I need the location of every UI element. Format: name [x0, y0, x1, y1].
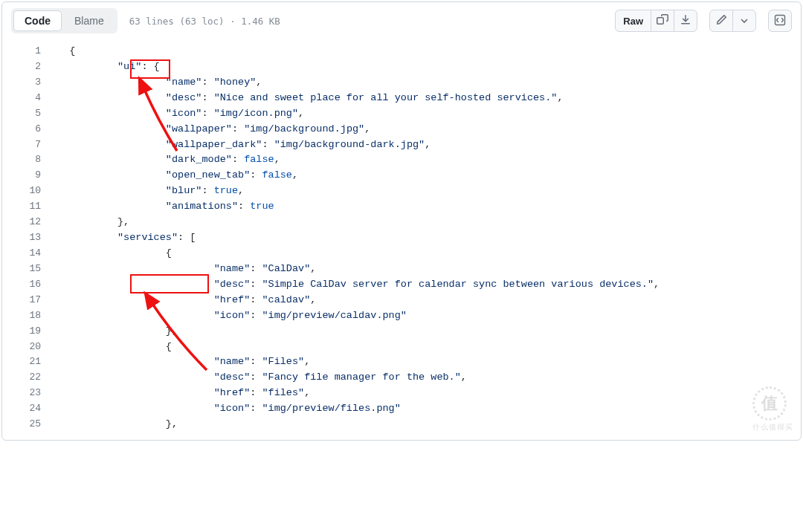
line-content: "name": "honey", [57, 75, 801, 91]
code-line[interactable]: 12 }, [2, 215, 801, 230]
line-number[interactable]: 24 [2, 401, 57, 417]
code-line[interactable]: 5 "icon": "img/icon.png", [2, 106, 801, 122]
code-line[interactable]: 1 { [2, 44, 801, 59]
code-line[interactable]: 18 "icon": "img/preview/caldav.png" [2, 308, 801, 324]
watermark-icon: 值 [752, 386, 787, 421]
code-line[interactable]: 15 "name": "CalDav", [2, 262, 801, 277]
download-button[interactable] [674, 10, 697, 32]
line-content: "icon": "img/preview/files.png" [57, 401, 801, 417]
line-number[interactable]: 7 [2, 137, 57, 153]
line-content: "href": "caldav", [57, 293, 801, 308]
code-line[interactable]: 14 { [2, 246, 801, 262]
watermark: 值 什么值得买 [752, 386, 793, 432]
code-line[interactable]: 10 "blur": true, [2, 184, 801, 199]
code-line[interactable]: 2 "ui": { [2, 59, 801, 75]
line-number[interactable]: 12 [2, 215, 57, 230]
code-line[interactable]: 7 "wallpaper_dark": "img/background-dark… [2, 137, 801, 153]
line-number[interactable]: 16 [2, 277, 57, 293]
tab-code[interactable]: Code [13, 10, 62, 31]
caret-down-icon [741, 16, 748, 27]
line-number[interactable]: 9 [2, 168, 57, 184]
edit-menu-button[interactable] [732, 10, 756, 32]
download-icon [680, 14, 691, 28]
line-number[interactable]: 1 [2, 44, 57, 59]
line-content: "name": "Files", [57, 354, 801, 370]
line-number[interactable]: 4 [2, 91, 57, 106]
view-mode-tabs: Code Blame [11, 8, 117, 33]
line-content: "desc": "Fancy file manager for the web.… [57, 370, 801, 386]
code-line[interactable]: 8 "dark_mode": false, [2, 152, 801, 168]
line-content: "blur": true, [57, 184, 801, 199]
line-number[interactable]: 25 [2, 417, 57, 432]
line-content: "desc": "Simple CalDav server for calend… [57, 277, 801, 293]
code-line[interactable]: 17 "href": "caldav", [2, 293, 801, 308]
line-content: { [57, 246, 801, 262]
line-content: "icon": "img/preview/caldav.png" [57, 308, 801, 324]
line-content: "services": [ [57, 230, 801, 246]
line-content: "name": "CalDav", [57, 262, 801, 277]
code-line[interactable]: 9 "open_new_tab": false, [2, 168, 801, 184]
line-content: "dark_mode": false, [57, 152, 801, 168]
raw-group: Raw [615, 10, 697, 32]
code-line[interactable]: 25 }, [2, 417, 801, 432]
symbols-button[interactable] [768, 10, 792, 32]
line-content: }, [57, 417, 801, 432]
line-content: }, [57, 324, 801, 340]
line-number[interactable]: 6 [2, 122, 57, 137]
code-line[interactable]: 24 "icon": "img/preview/files.png" [2, 401, 801, 417]
line-number[interactable]: 22 [2, 370, 57, 386]
code-line[interactable]: 16 "desc": "Simple CalDav server for cal… [2, 277, 801, 293]
line-number[interactable]: 20 [2, 340, 57, 355]
watermark-text: 什么值得买 [752, 422, 793, 432]
line-number[interactable]: 3 [2, 75, 57, 91]
line-content: "wallpaper_dark": "img/background-dark.j… [57, 137, 801, 153]
raw-button[interactable]: Raw [615, 10, 651, 32]
line-content: "icon": "img/icon.png", [57, 106, 801, 122]
line-content: "wallpaper": "img/background.jpg", [57, 122, 801, 137]
line-number[interactable]: 10 [2, 184, 57, 199]
line-number[interactable]: 18 [2, 308, 57, 324]
code-line[interactable]: 6 "wallpaper": "img/background.jpg", [2, 122, 801, 137]
line-number[interactable]: 19 [2, 324, 57, 340]
line-number[interactable]: 2 [2, 59, 57, 75]
line-number[interactable]: 23 [2, 386, 57, 401]
line-content: }, [57, 215, 801, 230]
code-line[interactable]: 3 "name": "honey", [2, 75, 801, 91]
line-content: "ui": { [57, 59, 801, 75]
line-number[interactable]: 17 [2, 293, 57, 308]
code-line[interactable]: 11 "animations": true [2, 199, 801, 215]
line-number[interactable]: 8 [2, 152, 57, 168]
edit-button[interactable] [709, 10, 733, 32]
line-content: { [57, 44, 801, 59]
code-line[interactable]: 4 "desc": "Nice and sweet place for all … [2, 91, 801, 106]
code-line[interactable]: 20 { [2, 340, 801, 355]
edit-group [709, 10, 756, 32]
file-viewer: Code Blame 63 lines (63 loc) · 1.46 KB R… [1, 1, 802, 441]
file-toolbar: Code Blame 63 lines (63 loc) · 1.46 KB R… [2, 2, 801, 39]
tab-blame[interactable]: Blame [63, 10, 115, 31]
line-number[interactable]: 11 [2, 199, 57, 215]
line-number[interactable]: 5 [2, 106, 57, 122]
line-content: "animations": true [57, 199, 801, 215]
line-content: "href": "files", [57, 386, 801, 401]
line-number[interactable]: 15 [2, 262, 57, 277]
copy-icon [657, 14, 668, 28]
code-content[interactable]: 1 {2 "ui": {3 "name": "honey",4 "desc": … [2, 39, 801, 440]
line-content: { [57, 340, 801, 355]
code-line[interactable]: 13 "services": [ [2, 230, 801, 246]
line-number[interactable]: 14 [2, 246, 57, 262]
symbols-icon [774, 14, 786, 28]
line-content: "desc": "Nice and sweet place for all yo… [57, 91, 801, 106]
code-line[interactable]: 22 "desc": "Fancy file manager for the w… [2, 370, 801, 386]
line-number[interactable]: 21 [2, 354, 57, 370]
line-number[interactable]: 13 [2, 230, 57, 246]
pencil-icon [715, 14, 727, 28]
code-line[interactable]: 19 }, [2, 324, 801, 340]
line-content: "open_new_tab": false, [57, 168, 801, 184]
code-line[interactable]: 23 "href": "files", [2, 386, 801, 401]
code-line[interactable]: 21 "name": "Files", [2, 354, 801, 370]
copy-button[interactable] [651, 10, 674, 32]
file-info: 63 lines (63 loc) · 1.46 KB [129, 16, 280, 27]
